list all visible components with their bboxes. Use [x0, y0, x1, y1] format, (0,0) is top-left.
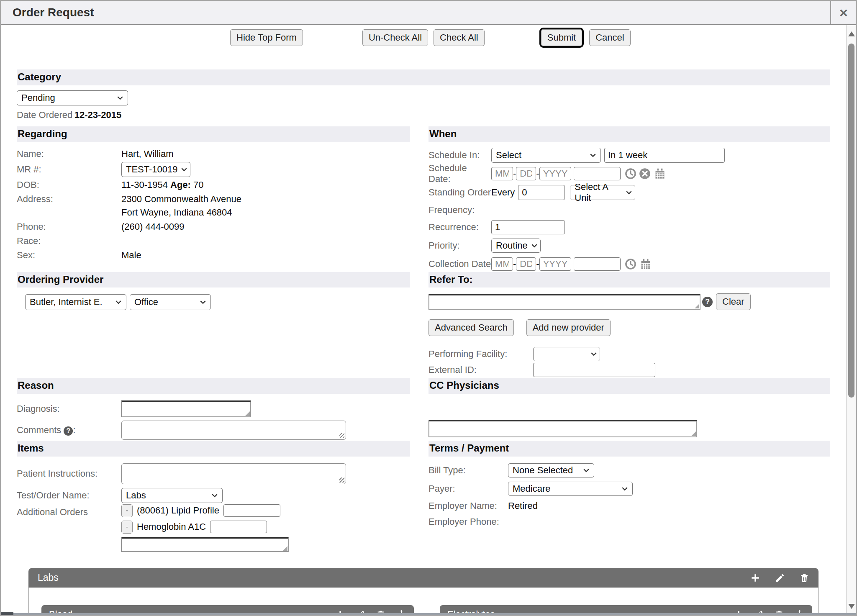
advanced-search-button[interactable]: Advanced Search — [428, 319, 514, 336]
toolbar: Hide Top Form Un-Check All Check All Sub… — [1, 25, 846, 50]
clock-icon[interactable] — [625, 168, 636, 180]
mr-label: MR #: — [17, 164, 121, 175]
form-body: Category Pending Date Ordered 12-23-2015 — [1, 50, 846, 615]
standing-order-unit-select[interactable]: Select A Unit — [570, 185, 635, 200]
test-order-name-select[interactable]: Labs — [121, 488, 223, 503]
cancel-button[interactable]: Cancel — [589, 29, 630, 46]
bill-type-label: Bill Type: — [428, 465, 508, 476]
schedule-in-text-input[interactable] — [604, 148, 725, 163]
priority-select[interactable]: Routine — [491, 239, 541, 253]
recurrence-label: Recurrence: — [428, 222, 491, 233]
close-icon: × — [839, 5, 848, 20]
calendar-icon[interactable] — [654, 168, 666, 180]
help-icon[interactable]: ? — [702, 297, 713, 307]
bill-type-select[interactable]: None Selected — [508, 463, 594, 477]
performing-facility-select[interactable] — [533, 347, 600, 361]
diagnosis-input-wrap — [121, 400, 251, 417]
comments-textarea-wrap — [121, 421, 346, 440]
chevron-down-icon — [590, 351, 597, 357]
section-category: Category Pending Date Ordered 12-23-2015 — [17, 69, 830, 121]
employer-name-label: Employer Name: — [428, 501, 508, 511]
labs-panel-title: Labs — [38, 572, 59, 583]
remove-order-button[interactable]: - — [121, 521, 133, 534]
when-heading: When — [428, 126, 830, 142]
scroll-down-icon[interactable] — [847, 599, 856, 613]
help-icon[interactable]: ? — [64, 426, 73, 436]
clock-icon[interactable] — [625, 258, 636, 270]
close-button[interactable]: × — [830, 1, 856, 24]
order-value-input[interactable] — [223, 504, 280, 517]
frequency-label: Frequency: — [428, 205, 491, 216]
page-title: Order Request — [1, 6, 94, 19]
mr-number-select[interactable]: TEST-10019 — [121, 162, 190, 177]
category-select[interactable]: Pending — [17, 90, 128, 105]
chevron-down-icon — [115, 299, 122, 305]
title-bar: Order Request × — [1, 1, 856, 25]
recurrence-input[interactable] — [491, 220, 565, 234]
category-heading: Category — [17, 69, 830, 85]
diagnosis-input[interactable] — [122, 402, 250, 416]
add-icon[interactable] — [750, 572, 761, 583]
schedule-date-dd-input[interactable] — [516, 167, 536, 180]
section-cc-physicians: CC Physicians — [428, 378, 830, 441]
section-terms-payment: Terms / Payment Bill Type: None Selected — [428, 441, 830, 560]
clear-button[interactable]: Clear — [716, 293, 751, 310]
additional-order-row: - Hemoglobin A1C — [121, 521, 289, 534]
collection-date-mm-input[interactable] — [491, 257, 513, 271]
reason-heading: Reason — [17, 378, 410, 394]
employer-phone-label: Employer Phone: — [428, 516, 508, 527]
patient-instructions-textarea[interactable] — [122, 464, 346, 484]
category-select-value: Pending — [21, 92, 55, 103]
calendar-icon[interactable] — [640, 258, 652, 270]
ordering-provider-value: Butler, Internist E. — [30, 297, 103, 308]
schedule-in-select-value: Select — [496, 150, 521, 161]
ordering-provider-select[interactable]: Butler, Internist E. — [25, 294, 126, 310]
employer-name-value: Retired — [508, 501, 538, 511]
schedule-date-mm-input[interactable] — [491, 167, 513, 180]
chevron-down-icon — [181, 166, 187, 173]
provider-location-select[interactable]: Office — [130, 294, 211, 310]
schedule-date-yyyy-input[interactable] — [539, 167, 571, 180]
hide-top-form-button[interactable]: Hide Top Form — [230, 29, 303, 46]
order-value-input[interactable] — [210, 521, 267, 533]
every-label: Every — [491, 187, 515, 198]
external-id-input[interactable] — [533, 363, 655, 377]
section-refer-to: Refer To: ? Clear Advanced Search — [428, 272, 830, 378]
cc-physicians-input[interactable] — [429, 421, 696, 436]
labs-panel-header: Labs — [28, 568, 819, 588]
payer-select[interactable]: Medicare — [508, 482, 633, 496]
collection-date-time-input[interactable] — [574, 257, 621, 271]
patient-name: Hart, William — [121, 149, 174, 159]
items-heading: Items — [17, 441, 410, 457]
scroll-up-icon[interactable] — [847, 27, 856, 41]
uncheck-all-button[interactable]: Un-Check All — [362, 29, 428, 46]
ordering-provider-heading: Ordering Provider — [17, 272, 410, 288]
diagnosis-label: Diagnosis: — [17, 403, 121, 414]
schedule-in-select[interactable]: Select — [491, 148, 601, 163]
collection-date-dd-input[interactable] — [516, 257, 536, 271]
regarding-heading: Regarding — [17, 126, 410, 142]
add-new-provider-button[interactable]: Add new provider — [526, 319, 611, 336]
age-label: Age: — [170, 180, 191, 190]
remove-order-button[interactable]: - — [121, 504, 133, 517]
schedule-date-time-input[interactable] — [574, 167, 621, 180]
section-regarding: Regarding Name: Hart, William MR #: TEST… — [17, 126, 410, 272]
comments-textarea[interactable] — [122, 421, 346, 439]
clear-date-icon[interactable] — [639, 168, 651, 180]
vertical-scrollbar[interactable] — [846, 25, 856, 615]
refer-to-search-input[interactable] — [429, 295, 700, 309]
add-order-input[interactable] — [122, 539, 288, 551]
standing-order-every-input[interactable] — [518, 185, 565, 200]
trash-icon[interactable] — [799, 573, 809, 583]
bill-type-value: None Selected — [513, 465, 573, 476]
comments-label: Comments ?: — [17, 425, 121, 436]
scrollbar-thumb[interactable] — [848, 44, 854, 398]
submit-button[interactable]: Submit — [541, 29, 582, 46]
pencil-icon[interactable] — [775, 573, 785, 583]
check-all-button[interactable]: Check All — [434, 29, 485, 46]
address-line1: 2300 Commonwealth Avenue — [121, 194, 241, 204]
schedule-in-label: Schedule In: — [428, 150, 491, 161]
age-value: 70 — [193, 180, 203, 190]
standing-order-label: Standing Order — [428, 187, 491, 198]
collection-date-yyyy-input[interactable] — [539, 257, 571, 271]
